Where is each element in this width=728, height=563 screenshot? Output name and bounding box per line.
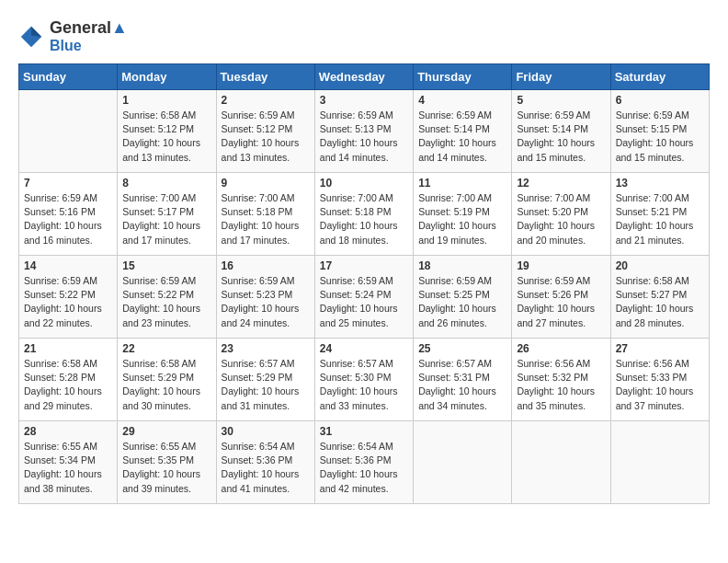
calendar-week-row: 28Sunrise: 6:55 AM Sunset: 5:34 PM Dayli… (19, 421, 710, 504)
day-info: Sunrise: 6:58 AM Sunset: 5:27 PM Dayligh… (616, 274, 704, 330)
day-number: 21 (24, 342, 112, 355)
day-number: 29 (122, 425, 210, 438)
day-number: 9 (222, 177, 310, 190)
col-header-saturday: Saturday (610, 64, 709, 90)
page-header: General▲ Blue (18, 18, 710, 54)
calendar-week-row: 14Sunrise: 6:59 AM Sunset: 5:22 PM Dayli… (19, 256, 710, 339)
day-number: 30 (222, 425, 310, 438)
calendar-cell: 5Sunrise: 6:59 AM Sunset: 5:14 PM Daylig… (512, 90, 610, 173)
day-info: Sunrise: 6:58 AM Sunset: 5:28 PM Dayligh… (24, 357, 112, 413)
day-info: Sunrise: 7:00 AM Sunset: 5:20 PM Dayligh… (517, 191, 605, 247)
calendar-cell: 15Sunrise: 6:59 AM Sunset: 5:22 PM Dayli… (118, 256, 216, 339)
calendar-cell: 1Sunrise: 6:58 AM Sunset: 5:12 PM Daylig… (118, 90, 216, 173)
calendar-cell: 22Sunrise: 6:58 AM Sunset: 5:29 PM Dayli… (118, 339, 216, 421)
col-header-thursday: Thursday (414, 64, 512, 90)
calendar-cell (610, 421, 709, 504)
logo-text: General▲ Blue (50, 18, 128, 54)
calendar-table: SundayMondayTuesdayWednesdayThursdayFrid… (18, 63, 710, 504)
day-info: Sunrise: 6:54 AM Sunset: 5:36 PM Dayligh… (222, 440, 310, 496)
day-number: 15 (122, 259, 210, 272)
day-info: Sunrise: 6:59 AM Sunset: 5:14 PM Dayligh… (517, 109, 605, 165)
day-number: 26 (517, 342, 605, 355)
day-info: Sunrise: 6:59 AM Sunset: 5:14 PM Dayligh… (418, 109, 506, 165)
day-number: 11 (418, 177, 506, 190)
day-number: 5 (517, 94, 605, 107)
calendar-cell: 10Sunrise: 7:00 AM Sunset: 5:18 PM Dayli… (314, 173, 413, 256)
day-number: 10 (320, 177, 408, 190)
calendar-cell: 6Sunrise: 6:59 AM Sunset: 5:15 PM Daylig… (610, 90, 709, 173)
calendar-cell: 16Sunrise: 6:59 AM Sunset: 5:23 PM Dayli… (216, 256, 314, 339)
day-info: Sunrise: 6:55 AM Sunset: 5:34 PM Dayligh… (24, 440, 112, 496)
calendar-cell: 24Sunrise: 6:57 AM Sunset: 5:30 PM Dayli… (314, 339, 413, 421)
day-number: 23 (222, 342, 310, 355)
day-number: 4 (418, 94, 506, 107)
day-number: 7 (24, 177, 112, 190)
col-header-monday: Monday (118, 64, 216, 90)
day-number: 8 (122, 177, 210, 190)
col-header-friday: Friday (512, 64, 610, 90)
calendar-cell: 25Sunrise: 6:57 AM Sunset: 5:31 PM Dayli… (414, 339, 512, 421)
day-info: Sunrise: 6:59 AM Sunset: 5:22 PM Dayligh… (24, 274, 112, 330)
calendar-cell: 11Sunrise: 7:00 AM Sunset: 5:19 PM Dayli… (414, 173, 512, 256)
calendar-cell (512, 421, 610, 504)
day-info: Sunrise: 6:58 AM Sunset: 5:29 PM Dayligh… (122, 357, 210, 413)
calendar-header-row: SundayMondayTuesdayWednesdayThursdayFrid… (19, 64, 710, 90)
col-header-wednesday: Wednesday (314, 64, 413, 90)
calendar-cell: 4Sunrise: 6:59 AM Sunset: 5:14 PM Daylig… (414, 90, 512, 173)
calendar-cell: 7Sunrise: 6:59 AM Sunset: 5:16 PM Daylig… (19, 173, 118, 256)
col-header-tuesday: Tuesday (216, 64, 314, 90)
day-info: Sunrise: 7:00 AM Sunset: 5:21 PM Dayligh… (616, 191, 704, 247)
calendar-cell (19, 90, 118, 173)
day-info: Sunrise: 6:57 AM Sunset: 5:29 PM Dayligh… (222, 357, 310, 413)
calendar-cell: 31Sunrise: 6:54 AM Sunset: 5:36 PM Dayli… (314, 421, 413, 504)
calendar-cell: 27Sunrise: 6:56 AM Sunset: 5:33 PM Dayli… (610, 339, 709, 421)
day-info: Sunrise: 6:59 AM Sunset: 5:16 PM Dayligh… (24, 191, 112, 247)
day-number: 18 (418, 259, 506, 272)
day-info: Sunrise: 6:56 AM Sunset: 5:33 PM Dayligh… (616, 357, 704, 413)
calendar-cell: 20Sunrise: 6:58 AM Sunset: 5:27 PM Dayli… (610, 256, 709, 339)
day-number: 17 (320, 259, 408, 272)
day-info: Sunrise: 6:59 AM Sunset: 5:24 PM Dayligh… (320, 274, 408, 330)
day-info: Sunrise: 7:00 AM Sunset: 5:18 PM Dayligh… (320, 191, 408, 247)
day-number: 1 (122, 94, 210, 107)
logo: General▲ Blue (18, 18, 128, 54)
calendar-cell: 14Sunrise: 6:59 AM Sunset: 5:22 PM Dayli… (19, 256, 118, 339)
day-info: Sunrise: 6:56 AM Sunset: 5:32 PM Dayligh… (517, 357, 605, 413)
day-info: Sunrise: 6:59 AM Sunset: 5:25 PM Dayligh… (418, 274, 506, 330)
day-info: Sunrise: 6:59 AM Sunset: 5:13 PM Dayligh… (320, 109, 408, 165)
day-info: Sunrise: 7:00 AM Sunset: 5:19 PM Dayligh… (418, 191, 506, 247)
logo-icon (18, 24, 44, 50)
day-info: Sunrise: 6:59 AM Sunset: 5:12 PM Dayligh… (222, 109, 310, 165)
day-info: Sunrise: 7:00 AM Sunset: 5:17 PM Dayligh… (122, 191, 210, 247)
calendar-cell: 30Sunrise: 6:54 AM Sunset: 5:36 PM Dayli… (216, 421, 314, 504)
calendar-cell: 3Sunrise: 6:59 AM Sunset: 5:13 PM Daylig… (314, 90, 413, 173)
calendar-cell: 12Sunrise: 7:00 AM Sunset: 5:20 PM Dayli… (512, 173, 610, 256)
day-info: Sunrise: 6:59 AM Sunset: 5:26 PM Dayligh… (517, 274, 605, 330)
day-info: Sunrise: 6:59 AM Sunset: 5:15 PM Dayligh… (616, 109, 704, 165)
calendar-cell (414, 421, 512, 504)
calendar-cell: 23Sunrise: 6:57 AM Sunset: 5:29 PM Dayli… (216, 339, 314, 421)
calendar-cell: 13Sunrise: 7:00 AM Sunset: 5:21 PM Dayli… (610, 173, 709, 256)
day-info: Sunrise: 6:57 AM Sunset: 5:30 PM Dayligh… (320, 357, 408, 413)
day-number: 6 (616, 94, 704, 107)
day-number: 20 (616, 259, 704, 272)
day-number: 16 (222, 259, 310, 272)
calendar-week-row: 21Sunrise: 6:58 AM Sunset: 5:28 PM Dayli… (19, 339, 710, 421)
day-info: Sunrise: 6:58 AM Sunset: 5:12 PM Dayligh… (122, 109, 210, 165)
day-number: 13 (616, 177, 704, 190)
day-number: 2 (222, 94, 310, 107)
day-number: 19 (517, 259, 605, 272)
calendar-cell: 29Sunrise: 6:55 AM Sunset: 5:35 PM Dayli… (118, 421, 216, 504)
day-number: 28 (24, 425, 112, 438)
day-number: 24 (320, 342, 408, 355)
calendar-cell: 19Sunrise: 6:59 AM Sunset: 5:26 PM Dayli… (512, 256, 610, 339)
calendar-cell: 26Sunrise: 6:56 AM Sunset: 5:32 PM Dayli… (512, 339, 610, 421)
calendar-cell: 17Sunrise: 6:59 AM Sunset: 5:24 PM Dayli… (314, 256, 413, 339)
col-header-sunday: Sunday (19, 64, 118, 90)
day-number: 14 (24, 259, 112, 272)
calendar-week-row: 1Sunrise: 6:58 AM Sunset: 5:12 PM Daylig… (19, 90, 710, 173)
day-info: Sunrise: 6:57 AM Sunset: 5:31 PM Dayligh… (418, 357, 506, 413)
day-info: Sunrise: 6:54 AM Sunset: 5:36 PM Dayligh… (320, 440, 408, 496)
day-number: 31 (320, 425, 408, 438)
day-info: Sunrise: 7:00 AM Sunset: 5:18 PM Dayligh… (222, 191, 310, 247)
